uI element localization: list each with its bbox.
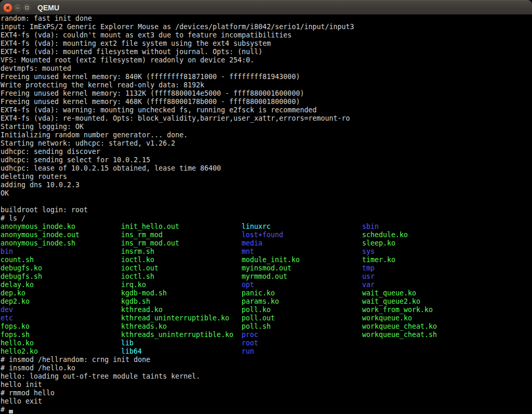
shell-output-line: # insmod /hellrandom: crng init done [0,356,532,364]
ls-output-row: anonymous_inode.shins_rm_mod.outmediasle… [0,239,532,248]
shell-output-line: # rmmod hello [0,389,532,397]
file-entry: module_init.ko [242,256,362,264]
file-entry: init_hello.out [121,223,242,231]
file-entry: myrmmod.out [242,273,362,281]
file-entry: delay.ko [1,281,121,289]
file-entry: fops.ko [1,322,121,331]
boot-message-line: input: ImExPS/2 Generic Explorer Mouse a… [0,23,532,31]
file-entry: kthreads.ko [121,322,242,331]
file-entry: debugfs.sh [1,273,121,281]
boot-message-line: EXT4-fs (vda): mounting ext2 file system… [0,40,532,48]
titlebar[interactable]: QEMU [0,0,532,15]
file-entry: wait_queue2.ko [362,297,483,306]
file-entry: poll.out [242,314,362,322]
file-entry: params.ko [242,297,362,306]
boot-message-line: EXT4-fs (vda): mounted filesystem withou… [0,48,532,56]
file-entry: mnt [242,248,362,256]
file-entry: schedule.ko [362,231,483,239]
boot-message-line: devtmpfs: mounted [0,64,532,73]
file-entry: hello.ko [1,339,121,347]
boot-message-line: EXT4-fs (vda): warning: mounting uncheck… [0,106,532,114]
boot-message-line: random: fast init done [0,15,532,23]
file-entry: myinsmod.out [242,264,362,273]
file-entry: anonymous_inode.sh [1,239,121,248]
ls-output-row: hello2.kolib64run [0,347,532,356]
file-entry: workqueue_cheat.ko [362,322,483,331]
file-entry: anonymous_inode.ko [1,223,121,231]
boot-message-line: Starting logging: OK [0,123,532,131]
boot-message-line: Freeing unused kernel memory: 840K (ffff… [0,73,532,81]
ls-output-row: devkthread.kopoll.kowork_from_work.ko [0,306,532,314]
boot-message-line: deleting routers [0,173,532,181]
file-entry: kgdb-mod.sh [121,289,242,297]
file-entry: etc [1,314,121,322]
ls-output-row: dep2.kokgdb.shparams.kowait_queue2.ko [0,297,532,306]
file-entry: ioctl.out [121,264,242,273]
console-screen[interactable]: random: fast init doneinput: ImExPS/2 Ge… [0,15,532,414]
file-entry: debugfs.ko [1,264,121,273]
boot-message-line: udhcpc: sending select for 10.0.2.15 [0,156,532,164]
file-entry: ioctl.ko [121,256,242,264]
file-entry: linuxrc [242,223,362,231]
boot-message-line: Freeing unused kernel memory: 468K (ffff… [0,98,532,106]
boot-message-line [0,198,532,206]
file-entry: sys [362,248,483,256]
file-entry: workqueue.ko [362,314,483,322]
boot-message-line: adding dns 10.0.2.3 [0,181,532,189]
file-entry: irq.ko [121,281,242,289]
file-entry: sbin [362,223,483,231]
close-button[interactable] [3,3,12,12]
file-entry: poll.ko [242,306,362,314]
file-entry: ins_rm_mod.out [121,239,242,248]
file-entry [362,339,483,347]
ls-output-row: fops.shkthreads_uninterruptible.koprocwo… [0,331,532,339]
boot-message-line: EXT4-fs (vda): re-mounted. Opts: block_v… [0,114,532,123]
cursor [9,410,13,413]
shell-output-line: hello exit [0,397,532,406]
boot-message-line: Write protecting the kernel read-only da… [0,81,532,89]
login-line: buildroot login: root [0,206,532,214]
ls-output-row: dep.kokgdb-mod.shpanic.kowait_queue.ko [0,289,532,297]
file-entry: wait_queue.ko [362,289,483,297]
ls-output-row: delay.koirq.kooptvar [0,281,532,289]
file-entry: root [242,339,362,347]
ls-output-row: anonymous_inode.outins_rm_modlost+founds… [0,231,532,239]
ls-output-row: count.shioctl.komodule_init.kotimer.ko [0,256,532,264]
file-entry: dep2.ko [1,297,121,306]
ls-output-row: fops.kokthreads.kopoll.shworkqueue_cheat… [0,322,532,331]
shell-output-line: # insmod /hello.ko [0,364,532,372]
file-entry: kgdb.sh [121,297,242,306]
window-title: QEMU [37,1,59,15]
boot-message-line: Initializing random number generator... … [0,131,532,139]
shell-output-line: hello init [0,381,532,389]
boot-message-line: EXT4-fs (vda): couldn't mount as ext3 du… [0,31,532,40]
boot-message-line: VFS: Mounted root (ext2 filesystem) read… [0,56,532,64]
ls-output-row: hello.kolibroot [0,339,532,347]
boot-message-line: Starting network: udhcpc: started, v1.26… [0,139,532,148]
ls-output-row: etckthread_uninterruptible.kopoll.outwor… [0,314,532,322]
file-entry: poll.sh [242,322,362,331]
file-entry: timer.ko [362,256,483,264]
boot-message-line: udhcpc: lease of 10.0.2.15 obtained, lea… [0,164,532,173]
file-entry: panic.ko [242,289,362,297]
ls-output-row: debugfs.shioctl.shmyrmmod.outusr [0,273,532,281]
maximize-button[interactable] [23,4,31,11]
boot-message-line: Freeing unused kernel memory: 1132K (fff… [0,89,532,98]
shell-command-line: # ls / [0,214,532,223]
shell-output-line: hello: loading out-of-tree module taints… [0,372,532,381]
file-entry: dev [1,306,121,314]
file-entry: ins_rm_mod [121,231,242,239]
file-entry: count.sh [1,256,121,264]
minimize-button[interactable] [14,4,21,11]
file-entry: kthread_uninterruptible.ko [121,314,242,322]
file-entry: lib [121,339,242,347]
file-entry: usr [362,273,483,281]
ls-output-row: bininsrm.shmntsys [0,248,532,256]
file-entry: tmp [362,264,483,273]
file-entry: lib64 [121,347,242,356]
file-entry: var [362,281,483,289]
minimize-icon [16,8,19,9]
file-entry: hello2.ko [1,347,121,356]
prompt-line: # [0,406,532,414]
qemu-window: QEMU random: fast init doneinput: ImExPS… [0,0,532,414]
